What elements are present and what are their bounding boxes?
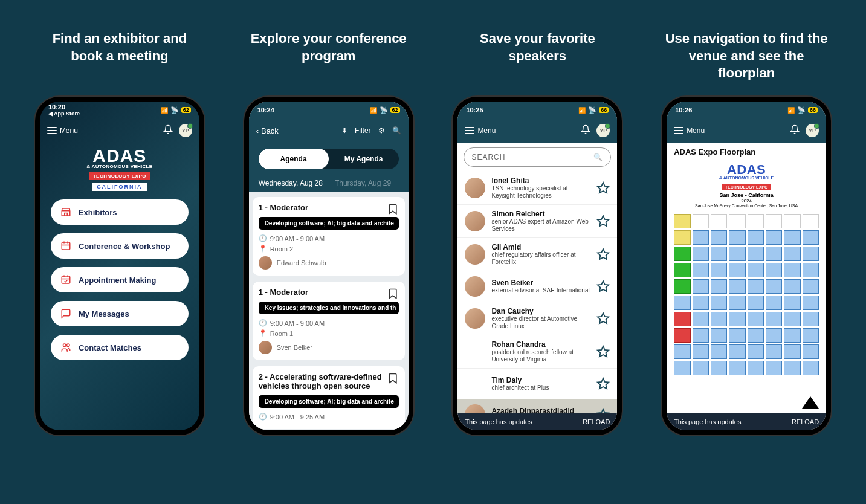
favorite-button[interactable] [596, 280, 610, 293]
booth[interactable] [674, 328, 690, 343]
booth[interactable] [729, 344, 745, 359]
booth[interactable] [674, 247, 690, 261]
booth[interactable] [693, 312, 709, 326]
booth[interactable] [784, 279, 800, 294]
speaker-row[interactable]: Azadeh Dinparastdjadid senior research s… [457, 399, 617, 413]
booth[interactable] [674, 361, 690, 375]
speaker-row[interactable]: Dan Cauchy executive director at Automot… [457, 302, 617, 335]
booth[interactable] [784, 328, 800, 343]
booth[interactable] [693, 296, 709, 310]
booth[interactable] [711, 247, 727, 261]
menu-button[interactable]: Menu [47, 126, 78, 135]
booth[interactable] [748, 230, 764, 245]
booth[interactable] [803, 328, 819, 343]
favorite-button[interactable] [596, 215, 610, 228]
booth[interactable] [674, 279, 690, 294]
booth[interactable] [674, 296, 690, 310]
booth[interactable] [766, 361, 782, 375]
booth[interactable] [693, 230, 709, 245]
booth[interactable] [784, 312, 800, 326]
speaker-row[interactable]: Rohan Chandra postdoctoral research fell… [457, 335, 617, 369]
booth[interactable] [674, 263, 690, 277]
booth[interactable] [693, 263, 709, 277]
filter-button[interactable]: Filter [355, 126, 371, 135]
booth[interactable] [803, 361, 819, 375]
booth[interactable] [784, 247, 800, 261]
booth[interactable] [711, 296, 727, 310]
menu-matches[interactable]: Contact Matches [51, 335, 189, 360]
booth[interactable] [711, 312, 727, 326]
booth[interactable] [803, 247, 819, 261]
favorite-button[interactable] [596, 248, 610, 261]
booth[interactable] [711, 328, 727, 343]
menu-exhibitors[interactable]: Exhibitors [51, 199, 189, 225]
booth[interactable] [729, 263, 745, 277]
booth[interactable] [766, 279, 782, 294]
menu-appointment[interactable]: Appointment Making [51, 267, 189, 292]
booth[interactable] [693, 344, 709, 359]
booth[interactable] [693, 247, 709, 261]
bookmark-button[interactable] [387, 203, 399, 216]
booth[interactable] [803, 296, 819, 310]
booth[interactable] [784, 230, 800, 245]
reload-button[interactable]: RELOAD [583, 418, 610, 425]
speaker-row[interactable]: Sven Beiker external advisor at SAE Inte… [457, 271, 617, 302]
booth[interactable] [766, 214, 782, 228]
booth[interactable] [674, 214, 690, 228]
avatar[interactable]: YP [806, 124, 819, 137]
favorite-button[interactable] [596, 377, 610, 390]
booth[interactable] [766, 296, 782, 310]
booth[interactable] [711, 361, 727, 375]
favorite-button[interactable] [596, 312, 610, 325]
booth[interactable] [711, 214, 727, 228]
menu-button[interactable]: Menu [674, 126, 705, 135]
booth[interactable] [748, 361, 764, 375]
search-icon[interactable]: 🔍 [392, 126, 401, 135]
booth[interactable] [803, 279, 819, 294]
booth[interactable] [711, 279, 727, 294]
booth[interactable] [748, 312, 764, 326]
booth[interactable] [803, 214, 819, 228]
bell-icon[interactable] [790, 124, 800, 137]
booth[interactable] [803, 344, 819, 359]
booth[interactable] [784, 214, 800, 228]
search-input[interactable]: SEARCH 🔍 [464, 147, 611, 167]
booth[interactable] [711, 263, 727, 277]
booth[interactable] [729, 230, 745, 245]
booth[interactable] [748, 296, 764, 310]
booth[interactable] [784, 344, 800, 359]
favorite-button[interactable] [596, 345, 610, 358]
bell-icon[interactable] [581, 124, 590, 137]
booth[interactable] [748, 247, 764, 261]
booth[interactable] [729, 279, 745, 294]
booth[interactable] [711, 230, 727, 245]
booth[interactable] [693, 361, 709, 375]
bookmark-button[interactable] [387, 372, 399, 386]
speaker-row[interactable]: Tim Daly chief architect at Plus [457, 369, 617, 399]
booth[interactable] [784, 361, 800, 375]
recenter-button[interactable] [802, 396, 819, 409]
booth[interactable] [803, 230, 819, 245]
session-card[interactable]: 1 - Moderator Key issues; strategies and… [253, 282, 405, 360]
booth[interactable] [729, 247, 745, 261]
bookmark-button[interactable] [387, 288, 399, 301]
floorplan-map[interactable] [671, 212, 821, 411]
settings-icon[interactable]: ⚙ [378, 126, 385, 135]
booth[interactable] [766, 247, 782, 261]
booth[interactable] [729, 312, 745, 326]
booth[interactable] [729, 214, 745, 228]
back-to-appstore[interactable]: ◀ App Store [48, 111, 80, 117]
back-button[interactable]: ‹ Back [256, 126, 279, 135]
session-card[interactable]: 2 - Accelerating software-defined vehicl… [253, 366, 405, 429]
booth[interactable] [674, 344, 690, 359]
booth[interactable] [803, 312, 819, 326]
menu-button[interactable]: Menu [465, 126, 496, 135]
booth[interactable] [693, 279, 709, 294]
speaker-row[interactable]: Simon Reichert senior ADAS expert at Ama… [457, 205, 617, 238]
booth[interactable] [766, 230, 782, 245]
booth[interactable] [748, 214, 764, 228]
avatar[interactable]: YP [179, 124, 192, 137]
booth[interactable] [748, 344, 764, 359]
booth[interactable] [729, 361, 745, 375]
booth[interactable] [766, 328, 782, 343]
